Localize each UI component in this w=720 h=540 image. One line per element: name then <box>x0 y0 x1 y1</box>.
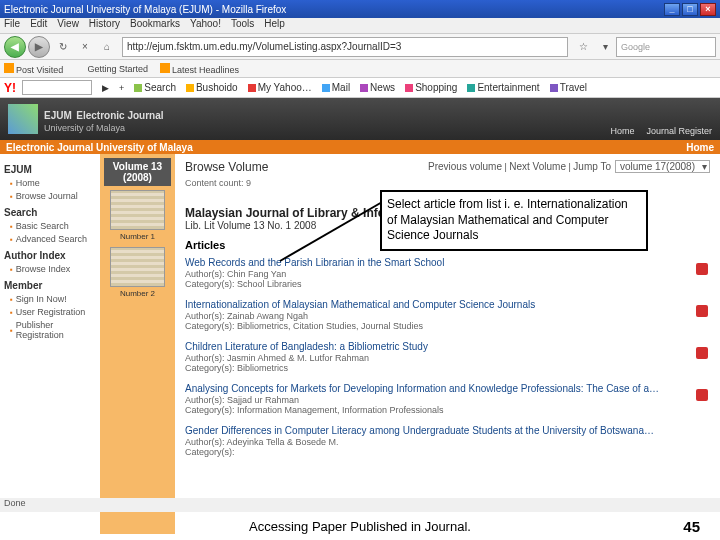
article-authors: Author(s): Chin Fang Yan <box>185 269 710 279</box>
ytb-go[interactable]: ▶ <box>102 83 109 93</box>
menu-file[interactable]: File <box>4 18 20 33</box>
article-authors: Author(s): Jasmin Ahmed & M. Lutfor Rahm… <box>185 353 710 363</box>
article-item[interactable]: Analysing Concepts for Markets for Devel… <box>185 383 710 415</box>
footer-caption: Accessing Paper Published in Journal. <box>0 519 720 534</box>
menu-help[interactable]: Help <box>264 18 285 33</box>
address-bar: ◀ ▶ ↻ × ⌂ http://ejum.fsktm.um.edu.my/Vo… <box>0 34 720 60</box>
pdf-icon[interactable] <box>696 263 708 275</box>
side-adv-search[interactable]: Advanced Search <box>10 234 96 244</box>
page-number: 45 <box>683 518 700 535</box>
article-category: Category(s): <box>185 447 710 457</box>
ejum-title: Electronic Journal <box>76 110 163 121</box>
side-author-index: Author Index <box>4 250 96 261</box>
yahoo-logo[interactable]: Y! <box>4 81 16 95</box>
volume-title: Volume 13(2008) <box>104 158 171 186</box>
obar-title: Electronic Journal University of Malaya <box>6 142 193 153</box>
article-item[interactable]: Web Records and the Parish Librarian in … <box>185 257 710 289</box>
next-volume[interactable]: Next Volume <box>509 161 566 172</box>
article-authors: Author(s): Adeyinka Tella & Bosede M. <box>185 437 710 447</box>
back-button[interactable]: ◀ <box>4 36 26 58</box>
ytb-search[interactable]: Search <box>134 82 176 93</box>
pdf-icon[interactable] <box>696 389 708 401</box>
ytb-bushoido[interactable]: Bushoido <box>186 82 238 93</box>
close-button[interactable]: × <box>700 3 716 16</box>
menu-bar: File Edit View History Bookmarks Yahoo! … <box>0 18 720 34</box>
ytb-shopping[interactable]: Shopping <box>405 82 457 93</box>
ytb-plus[interactable]: + <box>119 83 124 93</box>
bkm-latest-headlines[interactable]: Latest Headlines <box>160 63 251 75</box>
volume-select[interactable]: volume 17(2008) <box>615 160 710 173</box>
article-item[interactable]: Children Literature of Bangladesh: a Bib… <box>185 341 710 373</box>
volume-nav: Previous volume | Next Volume | Jump To … <box>428 160 710 173</box>
yahoo-toolbar: Y! ▶ + Search Bushoido My Yahoo… Mail Ne… <box>0 78 720 98</box>
ytb-entertainment[interactable]: Entertainment <box>467 82 539 93</box>
side-home[interactable]: Home <box>10 178 96 188</box>
menu-edit[interactable]: Edit <box>30 18 47 33</box>
hdr-home[interactable]: Home <box>610 126 634 136</box>
side-ejum: EJUM <box>4 164 96 175</box>
jump-label: Jump To <box>573 161 611 172</box>
article-title[interactable]: Web Records and the Parish Librarian in … <box>185 257 710 268</box>
content-count: Content count: 9 <box>185 178 710 188</box>
menu-bookmarks[interactable]: Bookmarks <box>130 18 180 33</box>
obar-home[interactable]: Home <box>686 142 714 153</box>
side-pub-reg[interactable]: Publisher Registration <box>10 320 96 340</box>
ejum-brand: EJUM <box>44 110 72 121</box>
stop-icon[interactable]: × <box>76 38 94 56</box>
side-search: Search <box>4 207 96 218</box>
window-title: Electronic Journal University of Malaya … <box>4 4 662 15</box>
article-item[interactable]: Internationalization of Malaysian Mathem… <box>185 299 710 331</box>
maximize-button[interactable]: □ <box>682 3 698 16</box>
article-title[interactable]: Gender Differences in Computer Literacy … <box>185 425 710 436</box>
side-user-reg[interactable]: User Registration <box>10 307 96 317</box>
issue-label-2[interactable]: Number 2 <box>104 289 171 298</box>
side-browse-index[interactable]: Browse Index <box>10 264 96 274</box>
issue-label-1[interactable]: Number 1 <box>104 232 171 241</box>
bkm-getting-started[interactable]: Getting Started <box>87 64 148 74</box>
home-icon[interactable]: ⌂ <box>98 38 116 56</box>
bkm-most-visited[interactable]: Post Visited <box>4 63 75 75</box>
pdf-icon[interactable] <box>696 305 708 317</box>
forward-button[interactable]: ▶ <box>28 36 50 58</box>
ejum-subtitle: University of Malaya <box>44 123 164 133</box>
ytb-myyahoo[interactable]: My Yahoo… <box>248 82 312 93</box>
pdf-icon[interactable] <box>696 347 708 359</box>
minimize-button[interactable]: _ <box>664 3 680 16</box>
volume-panel: Volume 13(2008) Number 1 Number 2 <box>100 154 175 534</box>
bookmark-star-icon[interactable]: ☆ <box>574 38 592 56</box>
article-title[interactable]: Analysing Concepts for Markets for Devel… <box>185 383 710 394</box>
ejum-logo-icon <box>8 104 38 134</box>
menu-history[interactable]: History <box>89 18 120 33</box>
ejum-header: EJUM Electronic Journal University of Ma… <box>0 98 720 140</box>
article-authors: Author(s): Zainab Awang Ngah <box>185 311 710 321</box>
bookmarks-toolbar: Post Visited Getting Started Latest Head… <box>0 60 720 78</box>
yahoo-search-input[interactable] <box>22 80 92 95</box>
issue-thumb-2[interactable] <box>110 247 165 287</box>
article-category: Category(s): Information Management, Inf… <box>185 405 710 415</box>
side-signin[interactable]: Sign In Now! <box>10 294 96 304</box>
prev-volume[interactable]: Previous volume <box>428 161 502 172</box>
ytb-mail[interactable]: Mail <box>322 82 350 93</box>
side-browse-journal[interactable]: Browse Journal <box>10 191 96 201</box>
reload-icon[interactable]: ↻ <box>54 38 72 56</box>
issue-thumb-1[interactable] <box>110 190 165 230</box>
ytb-news[interactable]: News <box>360 82 395 93</box>
side-member: Member <box>4 280 96 291</box>
article-title[interactable]: Internationalization of Malaysian Mathem… <box>185 299 710 310</box>
article-category: Category(s): Bibliometrics <box>185 363 710 373</box>
hdr-journal-register[interactable]: Journal Register <box>646 126 712 136</box>
dropdown-icon[interactable]: ▾ <box>596 38 614 56</box>
menu-yahoo[interactable]: Yahoo! <box>190 18 221 33</box>
side-basic-search[interactable]: Basic Search <box>10 221 96 231</box>
article-authors: Author(s): Sajjad ur Rahman <box>185 395 710 405</box>
article-title[interactable]: Children Literature of Bangladesh: a Bib… <box>185 341 710 352</box>
url-input[interactable]: http://ejum.fsktm.um.edu.my/VolumeListin… <box>122 37 568 57</box>
sidebar: EJUM Home Browse Journal Search Basic Se… <box>0 154 100 534</box>
article-category: Category(s): School Libraries <box>185 279 710 289</box>
menu-view[interactable]: View <box>57 18 79 33</box>
menu-tools[interactable]: Tools <box>231 18 254 33</box>
search-input[interactable]: Google <box>616 37 716 57</box>
status-bar: Done <box>0 498 720 512</box>
article-item[interactable]: Gender Differences in Computer Literacy … <box>185 425 710 457</box>
ytb-travel[interactable]: Travel <box>550 82 587 93</box>
